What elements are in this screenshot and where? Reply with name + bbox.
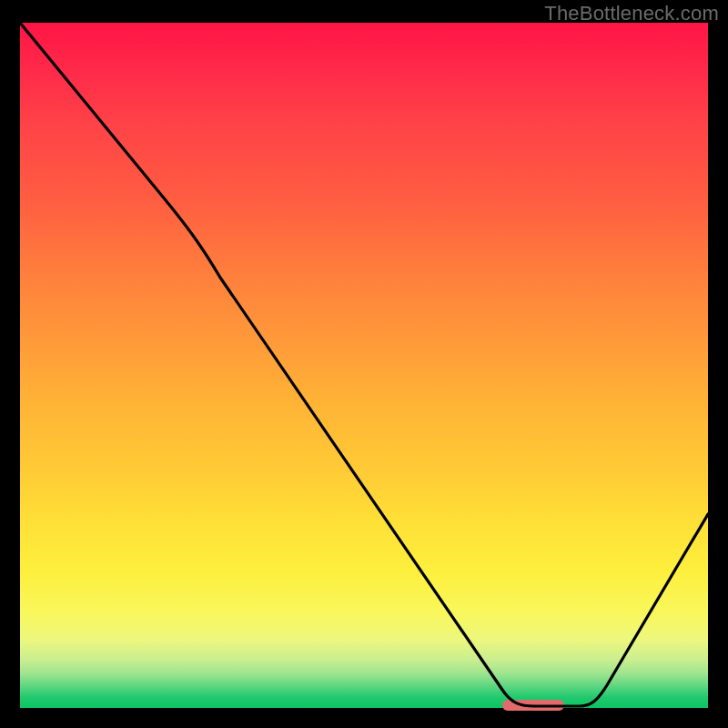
plot-area	[20, 23, 708, 708]
bottleneck-curve	[20, 23, 708, 708]
chart-container: TheBottleneck.com	[0, 0, 728, 728]
curve-path	[20, 23, 708, 706]
watermark-text: TheBottleneck.com	[544, 2, 719, 25]
